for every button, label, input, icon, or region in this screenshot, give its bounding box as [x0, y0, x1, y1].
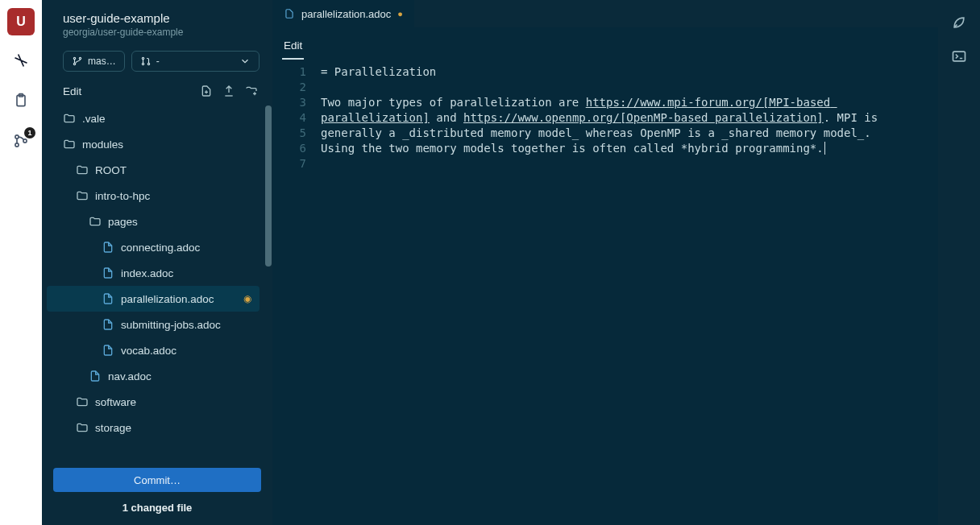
avatar[interactable]: U — [7, 8, 35, 35]
folder-pages[interactable]: pages — [47, 209, 260, 234]
svg-point-2 — [15, 135, 19, 138]
file-nav-adoc[interactable]: nav.adoc — [47, 363, 260, 389]
chevron-down-icon — [239, 56, 251, 67]
svg-point-7 — [79, 57, 81, 59]
svg-point-4 — [23, 139, 27, 143]
project-name: user-guide-example — [63, 11, 258, 25]
tree-item-label: pages — [108, 216, 138, 228]
folder-modules[interactable]: modules — [47, 131, 260, 157]
tree-item-label: ROOT — [95, 164, 127, 176]
svg-rect-11 — [953, 52, 965, 61]
editor-mode-edit[interactable]: Edit — [282, 33, 304, 60]
tree-item-label: vocab.adoc — [121, 345, 176, 357]
svg-point-3 — [15, 143, 19, 147]
file-index-adoc[interactable]: index.adoc — [47, 260, 260, 286]
tabbar: parallelization.adoc ● — [272, 0, 938, 27]
explorer-icon[interactable] — [2, 45, 40, 76]
clipboard-icon[interactable] — [2, 85, 40, 116]
folder-software[interactable]: software — [47, 389, 260, 415]
line-gutter: 1234567 — [272, 60, 321, 525]
changed-files-label: 1 changed file — [53, 502, 261, 514]
tree-scrollbar[interactable] — [264, 105, 272, 460]
svg-point-6 — [73, 63, 75, 64]
modified-indicator: ◉ — [243, 293, 251, 304]
folder--vale[interactable]: .vale — [47, 105, 260, 131]
tree-item-label: parallelization.adoc — [121, 293, 214, 305]
tree-item-label: modules — [82, 138, 123, 151]
svg-point-9 — [147, 63, 149, 64]
svg-point-5 — [73, 57, 75, 59]
tree-item-label: software — [95, 396, 136, 408]
tab-label: parallelization.adoc — [301, 8, 391, 20]
folder-ROOT[interactable]: ROOT — [47, 157, 260, 183]
upload-icon[interactable] — [222, 85, 235, 97]
file-submitting-jobs-adoc[interactable]: submitting-jobs.adoc — [47, 312, 260, 337]
sidebar-edit-label: Edit — [63, 85, 81, 97]
tree-item-label: submitting-jobs.adoc — [121, 319, 221, 331]
project-path: georgia/user-guide-example — [63, 27, 258, 38]
tree-item-label: nav.adoc — [108, 370, 152, 382]
tree-item-label: index.adoc — [121, 267, 173, 279]
tree-item-label: connecting.adoc — [121, 242, 200, 254]
tree-scrollbar-thumb[interactable] — [265, 105, 272, 267]
folder-intro-to-hpc[interactable]: intro-to-hpc — [47, 183, 260, 209]
tab-modified-dot: ● — [397, 9, 403, 19]
rocket-icon[interactable] — [951, 14, 967, 31]
sidebar: user-guide-example georgia/user-guide-ex… — [42, 0, 272, 525]
tree-item-label: .vale — [82, 113, 106, 125]
file-parallelization-adoc[interactable]: parallelization.adoc◉ — [47, 286, 260, 312]
branch-selector[interactable]: mas… — [63, 51, 125, 72]
tab-parallelization[interactable]: parallelization.adoc ● — [272, 0, 414, 27]
merge-request-selector[interactable]: - — [131, 51, 260, 72]
terminal-icon[interactable] — [951, 48, 967, 64]
tree-item-label: storage — [95, 422, 131, 434]
tree-item-label: intro-to-hpc — [95, 190, 150, 202]
source-control-badge: 1 — [24, 127, 35, 138]
editor-area: parallelization.adoc ● Edit 1234567 = Pa… — [272, 0, 938, 525]
svg-point-8 — [142, 57, 143, 59]
right-rail — [938, 0, 980, 525]
branch-label: mas… — [88, 56, 116, 67]
code-editor[interactable]: 1234567 = ParallelizationTwo major types… — [272, 60, 938, 525]
project-header: user-guide-example georgia/user-guide-ex… — [42, 0, 272, 46]
activity-bar: U 1 — [0, 0, 42, 525]
mr-label: - — [156, 56, 160, 67]
svg-point-10 — [142, 63, 143, 64]
new-file-icon[interactable] — [200, 85, 213, 97]
folder-storage[interactable]: storage — [47, 415, 260, 440]
file-connecting-adoc[interactable]: connecting.adoc — [47, 234, 260, 260]
file-tree: .valemodulesROOTintro-to-hpcpagesconnect… — [42, 105, 264, 440]
new-folder-icon[interactable] — [245, 85, 258, 97]
source-control-icon[interactable]: 1 — [2, 126, 40, 156]
code-content[interactable]: = ParallelizationTwo major types of para… — [321, 60, 938, 525]
file-vocab-adoc[interactable]: vocab.adoc — [47, 337, 260, 363]
commit-button[interactable]: Commit… — [53, 468, 261, 492]
